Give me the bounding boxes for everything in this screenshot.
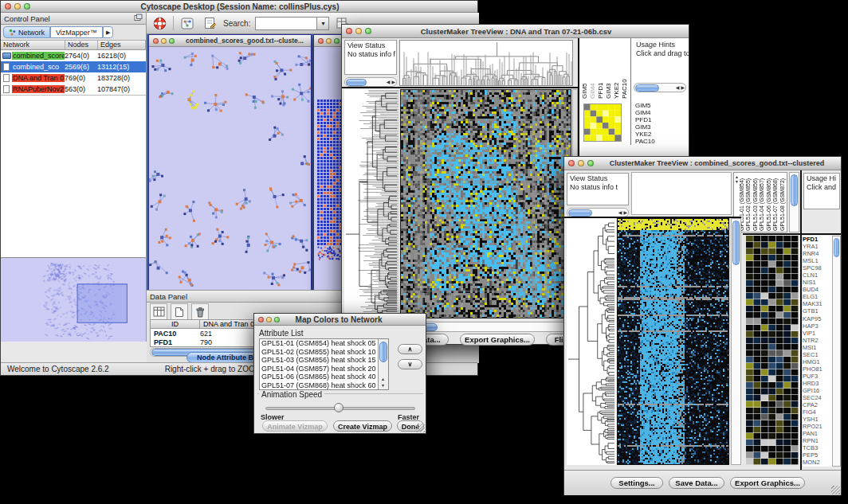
resize-grip[interactable] [831, 486, 840, 494]
attribute-item[interactable]: GPL51-04 (GSM857) heat shock 20 min [260, 365, 378, 373]
gene-label[interactable]: HRD3 [803, 380, 832, 387]
move-down-button[interactable]: ∨ [398, 359, 422, 369]
cytoscape-titlebar[interactable]: Cytoscape Desktop (Session Name: collins… [1, 1, 477, 13]
slider-thumb[interactable] [334, 403, 344, 412]
network-table-row[interactable]: combined_sco 2569(6) 13112(15) [1, 61, 146, 72]
listbox-vscrollbar[interactable]: ▴ ▾ [378, 339, 388, 389]
attribute-listbox[interactable]: GPL51-01 (GSM854) heat shock 05 minGPL51… [259, 338, 389, 390]
treeview-dna-titlebar[interactable]: ClusterMaker TreeView : DNA and Tran 07-… [342, 25, 689, 38]
network-view-titlebar[interactable]: combined_scores_good.txt--cluste... [149, 35, 311, 47]
move-up-button[interactable]: ∧ [398, 344, 422, 354]
annotation-icon[interactable] [201, 15, 218, 32]
attribute-item[interactable]: GPL51-06 (GSM865) heat shock 40 min [260, 373, 378, 381]
scroll-left-icon[interactable]: ◀ [675, 85, 681, 90]
map-colors-titlebar[interactable]: Map Colors to Network [254, 314, 426, 326]
search-dropdown-icon[interactable]: ▾ [317, 17, 329, 30]
delete-attribute-icon[interactable] [191, 303, 209, 320]
heatmap-vscrollbar[interactable] [731, 218, 741, 465]
gene-label[interactable]: PAN1 [803, 430, 832, 437]
birdseye-overview-canvas[interactable] [1, 257, 146, 342]
tab-vizmapper[interactable]: VizMapper™ [50, 26, 103, 38]
close-icon[interactable] [346, 28, 352, 34]
row-label[interactable]: YKE2 [635, 131, 686, 138]
animate-vizmap-button[interactable]: Animate Vizmap [262, 420, 328, 432]
gene-label[interactable]: YSH1 [803, 416, 832, 423]
column-label[interactable]: PFD1 [598, 41, 605, 99]
attribute-item[interactable]: GPL51-07 (GSM868) heat shock 60 min [260, 381, 378, 390]
scrollbar-thumb[interactable] [834, 238, 839, 257]
gene-label[interactable]: MSL1 [803, 257, 832, 264]
search-input[interactable] [255, 17, 317, 30]
gene-label[interactable]: HMG1 [803, 358, 832, 365]
scroll-up-icon[interactable]: ▴ [381, 377, 385, 381]
gene-label[interactable]: RPN1 [803, 437, 832, 444]
zoom-window-icon[interactable] [274, 317, 280, 322]
close-icon[interactable] [258, 317, 264, 322]
minimize-icon[interactable] [266, 317, 272, 322]
zoom-window-icon[interactable] [24, 3, 30, 10]
gene-label[interactable]: MON2 [803, 459, 832, 466]
gene-label[interactable]: RPO21 [803, 423, 832, 430]
gene-label[interactable]: ELG1 [803, 293, 832, 300]
select-attributes-icon[interactable] [150, 303, 167, 320]
close-icon[interactable] [153, 38, 159, 44]
zoom-window-icon[interactable] [169, 38, 175, 44]
zoom-heatmap-canvas[interactable] [746, 236, 799, 465]
mini-heatmap-canvas[interactable] [583, 104, 622, 142]
column-label[interactable]: GPL51-07 (GSM868) [772, 174, 779, 231]
scrollbar-thumb[interactable] [635, 84, 659, 92]
row-dendrogram-canvas[interactable] [344, 89, 398, 318]
gene-label[interactable]: MSI1 [803, 344, 832, 351]
minimize-icon[interactable] [14, 3, 21, 10]
minimize-icon[interactable] [355, 28, 362, 34]
tab-network[interactable]: Network [3, 26, 50, 38]
attribute-item[interactable]: GPL51-02 (GSM855) heat shock 10 min [260, 348, 378, 357]
scrollbar-thumb[interactable] [346, 79, 367, 86]
create-attribute-icon[interactable] [171, 303, 188, 320]
gene-label[interactable]: MAK31 [803, 300, 832, 307]
gene-label[interactable]: SEC1 [803, 351, 832, 358]
gene-label[interactable]: NTR2 [803, 337, 832, 344]
scroll-right-icon[interactable]: ▶ [622, 210, 628, 215]
settings-button[interactable]: Settings... [610, 477, 663, 489]
network-table-row[interactable]: combined_scores 2764(0) 16218(0) [1, 50, 146, 61]
export-graphics-button[interactable]: Export Graphics... [730, 477, 805, 489]
column-label[interactable]: GIM4 [590, 41, 597, 99]
zoom-window-icon[interactable] [587, 160, 594, 166]
row-label[interactable]: PAC10 [635, 138, 686, 145]
save-data-button[interactable]: Save Data... [669, 477, 724, 489]
gene-label[interactable]: SEC24 [803, 394, 832, 401]
gene-label[interactable]: HAP3 [803, 322, 832, 330]
gene-label[interactable]: RNR4 [803, 250, 832, 257]
gene-label[interactable]: SPC98 [803, 264, 832, 272]
view-status-scrollbar[interactable]: ◀ ▶ [344, 77, 397, 87]
search-combobox[interactable]: ▾ [255, 17, 329, 30]
column-label[interactable]: GPL51-08 (GSM872) [779, 174, 787, 231]
gene-label[interactable]: YRA1 [803, 243, 832, 250]
scrollbar-thumb[interactable] [732, 221, 740, 265]
column-label[interactable]: PAC10 [622, 41, 629, 99]
column-label[interactable]: GPL51-04 (GSM857) [759, 174, 766, 231]
close-icon[interactable] [318, 38, 324, 44]
zoom-window-icon[interactable] [365, 28, 371, 34]
gene-label[interactable]: CLN1 [803, 272, 832, 279]
gene-list-vscrollbar[interactable] [832, 236, 841, 467]
minimize-icon[interactable] [578, 160, 584, 166]
scrollbar-thumb[interactable] [568, 209, 592, 217]
float-panel-icon[interactable] [134, 14, 143, 23]
gene-label[interactable]: NIS1 [803, 279, 832, 286]
row-label[interactable]: GIM3 [635, 123, 686, 131]
labels-vscrollbar[interactable] [789, 172, 799, 232]
minimize-icon[interactable] [326, 38, 332, 44]
gene-label[interactable]: PHO81 [803, 365, 832, 373]
column-dendrogram-canvas[interactable] [399, 40, 573, 86]
resize-grip[interactable] [416, 424, 425, 432]
scroll-left-icon[interactable]: ◀ [618, 210, 623, 215]
heatmap-canvas[interactable] [617, 218, 729, 465]
export-graphics-button[interactable]: Export Graphics... [460, 334, 535, 346]
scrollbar-thumb[interactable] [379, 342, 387, 362]
close-icon[interactable] [5, 3, 11, 10]
col-id[interactable]: ID [151, 320, 200, 328]
scroll-up-icon[interactable]: ▴▾ [736, 174, 738, 184]
column-label[interactable]: GPL51-03 (GSM856) [752, 174, 760, 231]
